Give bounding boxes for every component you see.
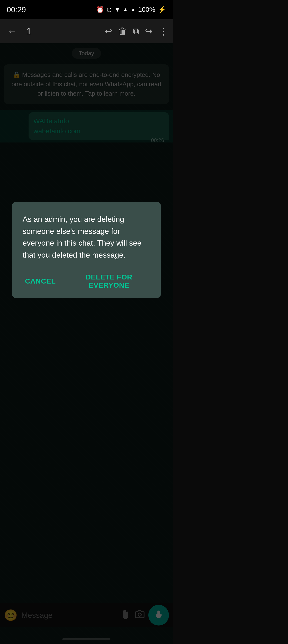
delete-for-everyone-button[interactable]: DELETE FOR EVERYONE <box>68 273 150 289</box>
chat-background: Today 🔒 Messages and calls are end-to-en… <box>0 43 173 644</box>
signal-icon2: ▲ <box>131 6 136 13</box>
forward-button[interactable]: ↪ <box>145 26 153 36</box>
status-time: 00:29 <box>7 5 26 14</box>
cancel-button[interactable]: CANCEL <box>25 273 56 289</box>
battery-label: 100% <box>138 6 155 14</box>
signal-icon1: ▲ <box>123 6 128 13</box>
status-bar: 00:29 ⏰ ⊖ ▼ ▲ ▲ 100% ⚡ <box>0 0 173 19</box>
back-button[interactable]: ← <box>5 26 19 37</box>
reply-button[interactable]: ↩ <box>105 26 112 36</box>
dialog-overlay <box>0 43 173 644</box>
do-not-disturb-icon: ⊖ <box>106 6 112 14</box>
copy-button[interactable]: ⧉ <box>133 26 139 36</box>
delete-dialog: As an admin, you are deleting someone el… <box>12 202 161 298</box>
alarm-icon: ⏰ <box>96 6 104 14</box>
action-buttons: ↩ 🗑 ⧉ ↪ ⋮ <box>105 26 168 37</box>
dialog-message-text: As an admin, you are deleting someone el… <box>22 214 150 261</box>
delete-button[interactable]: 🗑 <box>118 26 127 36</box>
status-icons: ⏰ ⊖ ▼ ▲ ▲ 100% ⚡ <box>96 6 166 14</box>
selected-count: 1 <box>24 26 100 36</box>
app-container: 00:29 ⏰ ⊖ ▼ ▲ ▲ 100% ⚡ ← 1 ↩ 🗑 ⧉ ↪ ⋮ Tod… <box>0 0 173 644</box>
action-bar: ← 1 ↩ 🗑 ⧉ ↪ ⋮ <box>0 19 173 43</box>
battery-charging-icon: ⚡ <box>158 6 166 14</box>
wifi-icon: ▼ <box>114 6 120 14</box>
more-button[interactable]: ⋮ <box>158 26 168 37</box>
dialog-buttons: CANCEL DELETE FOR EVERYONE <box>22 273 150 289</box>
